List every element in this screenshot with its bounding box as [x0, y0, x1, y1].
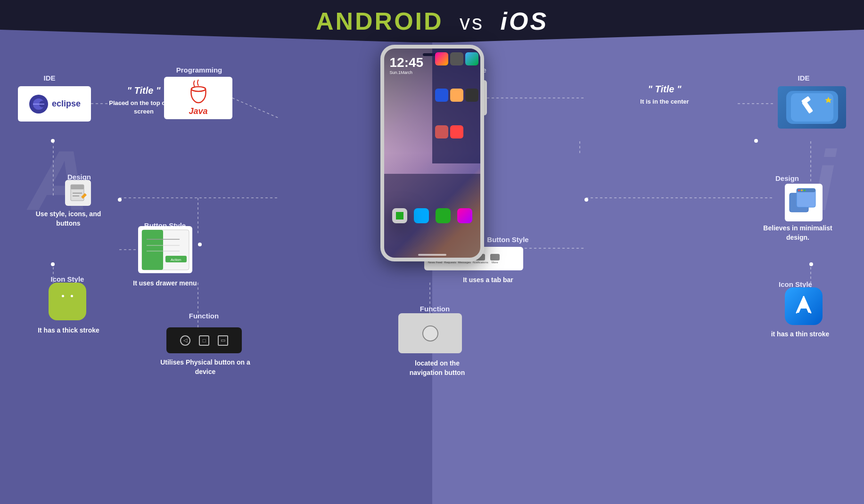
ios-btn-desc: It uses a tab bar	[452, 276, 525, 285]
app-photos	[435, 52, 448, 65]
android-nav-buttons: ◁ □ ▭	[166, 327, 242, 353]
ios-icon-desc: it has a thin stroke	[764, 330, 837, 339]
eclipse-icon	[28, 94, 49, 114]
appstore-icon	[790, 292, 818, 320]
android-icon-desc: It has a thick stroke	[32, 326, 105, 335]
android-ide-label: IDE	[31, 73, 68, 83]
tabbar-more-icon	[490, 254, 500, 260]
dot-android-3	[51, 262, 55, 266]
nav-recent: ▭	[218, 335, 228, 346]
phone-home-bar	[418, 254, 446, 256]
xcode-icon	[784, 89, 840, 126]
ios-design-label: Design	[761, 173, 813, 183]
ios-title-text: " Title "	[617, 82, 712, 96]
app-maps	[465, 52, 478, 65]
design-android-icon	[68, 183, 89, 203]
phone-bottom	[384, 174, 480, 258]
android-function-card: ◁ □ ▭	[166, 327, 242, 353]
ios-btn-label: Button Style	[476, 235, 540, 244]
java-card: Java	[164, 77, 232, 119]
dock-music	[457, 208, 472, 223]
phone-screen-right	[432, 49, 480, 163]
dot-android-1	[51, 139, 55, 143]
app-book	[435, 125, 448, 138]
ios-function-card	[398, 313, 462, 353]
tabbar-more: More	[490, 254, 500, 264]
phone: 12:45 Sun.1March	[380, 45, 484, 261]
dock-safari	[414, 208, 429, 223]
ios-home-button	[398, 313, 462, 353]
vs-label: vs	[460, 11, 484, 34]
dock-phone	[392, 208, 407, 223]
ios-icon-card	[785, 287, 823, 325]
android-drawer-icon: Action	[140, 228, 191, 272]
app-video	[465, 89, 478, 102]
design-ios-card	[785, 184, 823, 221]
tabbar-more-label: More	[492, 261, 498, 264]
eclipse-text: eclipse	[52, 99, 81, 109]
robot-antenna-left	[61, 285, 64, 290]
design-ios-icon	[787, 186, 820, 219]
android-btn-card: Action	[138, 226, 192, 273]
dot-android-2	[118, 198, 122, 202]
android-robot	[58, 290, 77, 313]
java-icon	[184, 80, 213, 110]
nav-back: ◁	[180, 335, 190, 346]
android-design-desc: Use style, icons, and buttons	[35, 210, 101, 228]
robot-eye-left	[62, 295, 64, 297]
svg-rect-28	[142, 230, 163, 270]
android-function-label: Function	[167, 311, 240, 321]
app-camera	[450, 52, 463, 65]
dock-messages	[436, 208, 451, 223]
ios-function-desc: located on the navigation button	[398, 359, 476, 377]
dot-ios-3	[809, 262, 813, 266]
robot-antenna-right	[72, 285, 74, 290]
java-text: Java	[189, 106, 207, 116]
appstore-svg	[790, 292, 818, 320]
android-label: ANDROID	[316, 8, 444, 35]
app-store	[435, 89, 448, 102]
svg-point-42	[798, 189, 800, 191]
eclipse-card: eclipse	[18, 86, 91, 122]
android-icon-card	[49, 283, 86, 320]
svg-point-44	[804, 189, 806, 191]
eclipse-logo: eclipse	[28, 94, 81, 114]
nav-home: □	[199, 335, 209, 346]
ios-title-label: " Title " It is in the center	[617, 82, 712, 106]
dot-android-4	[198, 243, 202, 246]
dot-ios-1	[754, 139, 758, 143]
svg-rect-35	[791, 93, 833, 122]
svg-rect-23	[71, 185, 84, 189]
ios-label: iOS	[501, 8, 549, 35]
robot-body	[58, 303, 77, 313]
design-android-card	[65, 180, 91, 206]
app-heart	[450, 125, 463, 138]
ios-design-desc: Believes in minimalist design.	[759, 224, 837, 242]
phone-time: 12:45	[390, 55, 424, 70]
android-btn-desc: It uses drawer menu	[123, 279, 207, 288]
ios-home-circle	[422, 325, 438, 341]
app-home	[450, 89, 463, 102]
robot-head	[58, 290, 77, 303]
dot-ios-2	[584, 198, 588, 202]
ios-ide-label: IDE	[785, 73, 823, 83]
svg-text:Action: Action	[170, 258, 181, 262]
xcode-card	[778, 86, 846, 129]
ios-title-desc: It is in the center	[617, 98, 712, 106]
phone-container: 12:45 Sun.1March	[380, 45, 484, 261]
svg-point-21	[191, 87, 206, 91]
robot-eye-right	[71, 295, 73, 297]
ios-function-label: Function	[403, 304, 467, 314]
java-logo: Java	[164, 77, 232, 119]
header-title: ANDROID vs iOS	[316, 7, 548, 35]
android-function-desc: Utilises Physical button on a device	[159, 358, 251, 376]
phone-date: Sun.1March	[390, 70, 413, 75]
svg-point-43	[801, 189, 803, 191]
